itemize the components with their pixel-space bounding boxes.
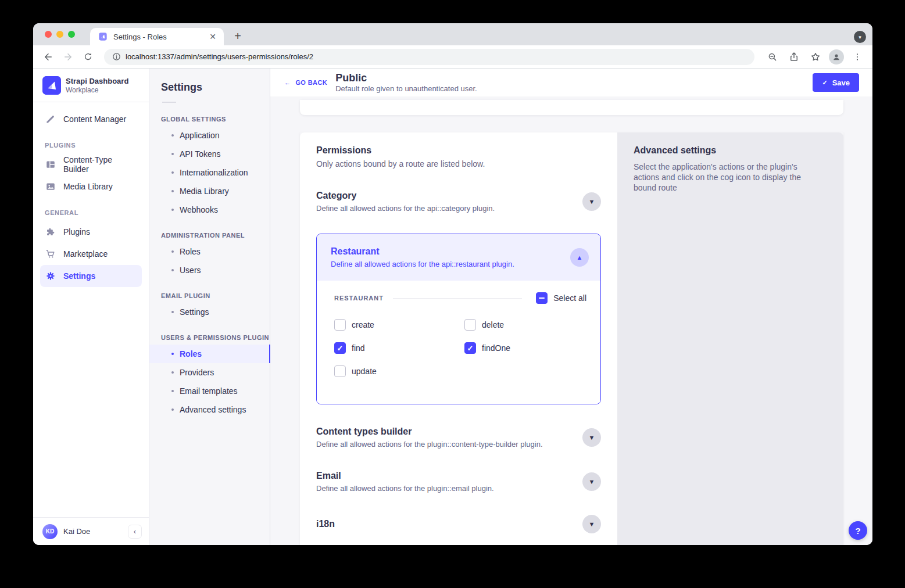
- subnav-item-label: Roles: [180, 349, 202, 358]
- sidebar-item-media-library[interactable]: Media Library: [40, 175, 142, 198]
- check-icon: ✓: [467, 344, 474, 353]
- user-avatar[interactable]: KD: [42, 524, 58, 539]
- zoom-out-icon[interactable]: [764, 49, 781, 65]
- bullet-icon: [171, 134, 174, 137]
- subnav-item-label: Advanced settings: [180, 405, 246, 414]
- workspace-name: Workplace: [66, 86, 128, 94]
- subnav-item-providers[interactable]: Providers: [149, 363, 270, 382]
- subnav-title: Settings: [161, 81, 270, 94]
- workspace-switcher[interactable]: Strapi Dashboard Workplace: [33, 69, 149, 102]
- create-checkbox[interactable]: ✓: [334, 319, 346, 331]
- page-header: ← GO BACK Public Default role given to u…: [270, 69, 872, 96]
- strapi-favicon-icon: [98, 32, 108, 41]
- sidebar-item-content-type-builder[interactable]: Content-Type Builder: [40, 153, 142, 175]
- browser-tab[interactable]: Settings - Roles ✕: [90, 28, 224, 45]
- cart-icon: [45, 248, 56, 260]
- select-all-label: Select all: [553, 293, 586, 303]
- sidebar-item-settings[interactable]: Settings: [40, 265, 142, 287]
- subnav-item-admin-users[interactable]: Users: [149, 261, 270, 279]
- browser-menu-icon[interactable]: [849, 49, 865, 65]
- subnav-item-webhooks[interactable]: Webhooks: [149, 200, 270, 219]
- subnav-item-internationalization[interactable]: Internationalization: [149, 163, 270, 182]
- sidebar-item-label: Media Library: [63, 182, 113, 191]
- chevron-down-icon[interactable]: ▼: [582, 192, 601, 211]
- permission-group-row: RESTAURANT Select all: [334, 292, 586, 304]
- permissions-panel-row: Permissions Only actions bound by a rout…: [300, 132, 843, 545]
- tab-title: Settings - Roles: [113, 33, 208, 41]
- role-details-card-bottom: [300, 100, 843, 115]
- accordion-subtitle: Define all allowed actions for the plugi…: [316, 440, 582, 449]
- chevron-up-icon[interactable]: ▲: [570, 248, 589, 267]
- tab-search-button[interactable]: ▾: [854, 31, 866, 43]
- sidebar-item-plugins[interactable]: Plugins: [40, 221, 142, 243]
- subnav-item-email-settings[interactable]: Settings: [149, 303, 270, 321]
- checkbox-label: update: [352, 367, 377, 376]
- accordion-category[interactable]: Category Define all allowed actions for …: [316, 191, 601, 213]
- check-icon: ✓: [822, 79, 827, 87]
- subnav-item-advanced-settings[interactable]: Advanced settings: [149, 400, 270, 419]
- reload-icon[interactable]: [80, 49, 96, 65]
- sidebar-footer: KD Kai Doe ‹: [33, 517, 149, 545]
- sidebar-item-marketplace[interactable]: Marketplace: [40, 243, 142, 265]
- url-bar[interactable]: localhost:1337/admin/settings/users-perm…: [104, 49, 754, 65]
- findone-checkbox[interactable]: ✓: [464, 342, 476, 354]
- browser-profile-avatar[interactable]: [829, 49, 844, 64]
- subnav-item-label: Webhooks: [180, 205, 218, 214]
- save-button[interactable]: ✓ Save: [813, 73, 859, 92]
- subnav-section-global-settings: GLOBAL SETTINGS: [161, 116, 270, 123]
- accordion-restaurant-header[interactable]: Restaurant Define all allowed actions fo…: [317, 234, 600, 281]
- subnav-item-up-roles[interactable]: Roles: [149, 345, 270, 363]
- chevron-down-icon[interactable]: ▼: [582, 515, 601, 533]
- collapse-sidebar-button[interactable]: ‹: [128, 525, 142, 539]
- update-checkbox[interactable]: ✓: [334, 365, 346, 377]
- sidebar-item-content-manager[interactable]: Content Manager: [40, 108, 142, 130]
- subnav-item-media-library[interactable]: Media Library: [149, 182, 270, 200]
- sidebar-item-label: Settings: [63, 271, 95, 281]
- subnav-item-label: Settings: [180, 307, 209, 317]
- strapi-app: Strapi Dashboard Workplace Content Manag…: [33, 69, 872, 545]
- close-window-button[interactable]: [45, 31, 52, 38]
- subnav-item-api-tokens[interactable]: API Tokens: [149, 145, 270, 163]
- subnav-item-application[interactable]: Application: [149, 126, 270, 145]
- new-tab-button[interactable]: +: [230, 28, 246, 44]
- chevron-down-icon[interactable]: ▼: [582, 428, 601, 447]
- forward-icon[interactable]: [60, 49, 76, 65]
- advanced-settings-panel: Advanced settings Select the application…: [617, 132, 843, 545]
- chevron-down-icon[interactable]: ▼: [582, 472, 601, 491]
- subnav-item-admin-roles[interactable]: Roles: [149, 242, 270, 261]
- zoom-window-button[interactable]: [68, 31, 75, 38]
- accordion-title: i18n: [316, 519, 582, 529]
- accordion-title: Content types builder: [316, 426, 582, 437]
- checkbox-label: find: [352, 343, 365, 353]
- checkbox-label: findOne: [482, 343, 510, 353]
- accordion-content-types-builder[interactable]: Content types builder Define all allowed…: [316, 426, 601, 449]
- go-back-link[interactable]: ← GO BACK: [284, 79, 327, 86]
- puzzle-icon: [45, 226, 56, 238]
- bullet-icon: [171, 250, 174, 253]
- subnav-item-label: Media Library: [180, 187, 229, 196]
- subnav-item-label: API Tokens: [180, 149, 221, 159]
- back-icon[interactable]: [40, 49, 56, 65]
- select-all-control: Select all: [536, 292, 586, 304]
- main-content: ← GO BACK Public Default role given to u…: [270, 69, 872, 545]
- accordion-titles: Category Define all allowed actions for …: [316, 191, 582, 213]
- url-text: localhost:1337/admin/settings/users-perm…: [126, 52, 313, 61]
- advanced-settings-title: Advanced settings: [634, 145, 827, 156]
- delete-checkbox[interactable]: ✓: [464, 319, 476, 331]
- subnav-item-email-templates[interactable]: Email templates: [149, 382, 270, 400]
- minimize-window-button[interactable]: [56, 31, 63, 38]
- subnav-section-email-plugin: EMAIL PLUGIN: [161, 292, 270, 299]
- accordion-i18n[interactable]: i18n ▼: [316, 515, 601, 533]
- pen-icon: [45, 113, 56, 125]
- accordion-email[interactable]: Email Define all allowed actions for the…: [316, 471, 601, 493]
- permission-findone: ✓ findOne: [464, 341, 586, 355]
- toolbar-actions: [759, 49, 865, 65]
- tab-close-icon[interactable]: ✕: [208, 31, 218, 42]
- find-checkbox[interactable]: ✓: [334, 342, 346, 354]
- bookmark-star-icon[interactable]: [807, 49, 824, 65]
- select-all-checkbox[interactable]: [536, 292, 548, 304]
- share-icon[interactable]: [786, 49, 802, 65]
- bullet-icon: [171, 390, 174, 392]
- help-button[interactable]: ?: [849, 521, 867, 540]
- site-info-icon[interactable]: [112, 52, 121, 61]
